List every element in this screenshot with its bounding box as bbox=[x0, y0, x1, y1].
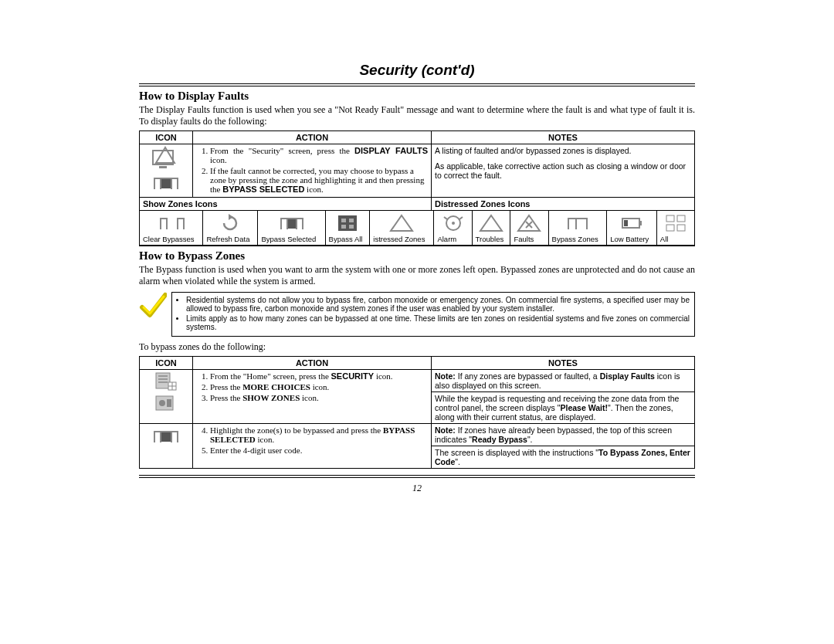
step-1: From the "Security" screen, press the DI… bbox=[210, 146, 428, 164]
step-4: Highlight the zone(s) to be bypassed and… bbox=[210, 425, 428, 444]
distressed-zones-icon bbox=[388, 212, 415, 234]
bypass-all-icon bbox=[334, 212, 361, 234]
rule-bottom bbox=[139, 475, 695, 478]
bypass-selected-icon bbox=[278, 212, 306, 234]
faults-icon bbox=[515, 212, 543, 234]
svg-line-14 bbox=[444, 217, 447, 219]
svg-rect-10 bbox=[349, 225, 354, 229]
step-2: If the fault cannot be corrected, you ma… bbox=[210, 166, 428, 194]
step-2: Press the MORE CHOICES icon. bbox=[210, 382, 428, 391]
svg-marker-4 bbox=[229, 214, 233, 220]
icon-cell bbox=[140, 369, 193, 423]
svg-rect-37 bbox=[161, 432, 171, 442]
notes-cell: The screen is displayed with the instruc… bbox=[432, 446, 695, 468]
icon-cell bbox=[140, 423, 193, 468]
notes-cell: Note: If any zones are bypassed or fault… bbox=[432, 369, 695, 391]
svg-rect-23 bbox=[666, 215, 674, 222]
step-5: Enter the 4-digit user code. bbox=[210, 446, 428, 455]
notes-cell: A listing of faulted and/or bypassed zon… bbox=[432, 144, 695, 198]
troubles-icon bbox=[477, 212, 505, 234]
bypass-selected-icon bbox=[151, 425, 181, 447]
svg-rect-6 bbox=[338, 215, 357, 231]
svg-rect-1 bbox=[159, 166, 167, 168]
svg-rect-25 bbox=[666, 225, 674, 231]
note-box: Residential systems do not allow you to … bbox=[139, 292, 695, 337]
checkmark-icon bbox=[139, 292, 167, 320]
svg-line-15 bbox=[459, 217, 463, 219]
action-cell: From the "Home" screen, press the SECURI… bbox=[193, 369, 432, 423]
svg-rect-24 bbox=[677, 215, 685, 222]
show-zones-icons-header: Show Zones Icons bbox=[140, 198, 432, 211]
icons-grid: Clear Bypasses Refresh Data Bypass Selec… bbox=[140, 211, 694, 246]
low-battery-icon bbox=[618, 212, 646, 234]
svg-rect-8 bbox=[349, 219, 354, 222]
col-notes: NOTES bbox=[432, 131, 695, 144]
svg-point-35 bbox=[159, 400, 165, 406]
svg-rect-9 bbox=[341, 225, 346, 229]
refresh-data-icon bbox=[216, 212, 244, 234]
alarm-icon bbox=[439, 212, 467, 234]
svg-rect-5 bbox=[288, 219, 296, 229]
svg-rect-26 bbox=[677, 225, 685, 231]
display-faults-icon bbox=[151, 146, 181, 169]
section-bypass-zones-intro: The Bypass function is used when you wan… bbox=[139, 264, 695, 287]
page-number: 12 bbox=[139, 483, 695, 494]
display-faults-table: ICON ACTION NOTES From the "Security" sc… bbox=[139, 130, 695, 246]
security-icon bbox=[153, 371, 179, 391]
svg-marker-17 bbox=[518, 215, 540, 231]
step-3: Press the SHOW ZONES icon. bbox=[210, 393, 428, 402]
bypass-zones-table: ICON ACTION NOTES From the "Home" screen… bbox=[139, 356, 695, 469]
more-choices-icon bbox=[153, 393, 179, 413]
action-cell: From the "Security" screen, press the DI… bbox=[193, 144, 432, 198]
svg-rect-36 bbox=[167, 399, 171, 407]
svg-rect-7 bbox=[341, 219, 346, 222]
svg-marker-11 bbox=[391, 215, 412, 231]
bypass-lead: To bypass zones do the following: bbox=[139, 341, 695, 353]
svg-rect-22 bbox=[624, 220, 628, 226]
col-icon: ICON bbox=[140, 131, 193, 144]
section-display-faults-title: How to Display Faults bbox=[139, 90, 695, 103]
notes-cell: While the keypad is requesting and recei… bbox=[432, 391, 695, 423]
notes-cell: Note: If zones have already been bypasse… bbox=[432, 423, 695, 446]
section-bypass-zones-title: How to Bypass Zones bbox=[139, 249, 695, 263]
all-icon bbox=[662, 212, 690, 234]
distressed-zones-icons-header: Distressed Zones Icons bbox=[432, 198, 695, 211]
svg-marker-16 bbox=[480, 215, 502, 231]
col-notes: NOTES bbox=[432, 356, 695, 369]
col-action: ACTION bbox=[193, 131, 432, 144]
manual-page: Security (cont'd) How to Display Faults … bbox=[139, 62, 695, 494]
svg-rect-3 bbox=[161, 179, 171, 188]
step-1: From the "Home" screen, press the SECURI… bbox=[210, 371, 428, 381]
bypass-selected-icon bbox=[151, 172, 181, 194]
icon-cell bbox=[140, 144, 193, 198]
svg-rect-27 bbox=[156, 373, 170, 388]
col-icon: ICON bbox=[140, 356, 193, 369]
col-action: ACTION bbox=[193, 356, 432, 369]
rule-top bbox=[139, 83, 695, 86]
bypass-zones-icon bbox=[564, 212, 592, 234]
page-title: Security (cont'd) bbox=[139, 62, 695, 79]
note-bullet-2: Limits apply as to how many zones can be… bbox=[186, 314, 690, 331]
clear-bypasses-icon bbox=[158, 212, 185, 234]
svg-point-13 bbox=[452, 222, 455, 225]
section-display-faults-intro: The Display Faults function is used when… bbox=[139, 104, 695, 127]
action-cell: Highlight the zone(s) to be bypassed and… bbox=[193, 423, 432, 468]
svg-rect-21 bbox=[639, 221, 642, 225]
note-bullet-1: Residential systems do not allow you to … bbox=[186, 296, 690, 313]
